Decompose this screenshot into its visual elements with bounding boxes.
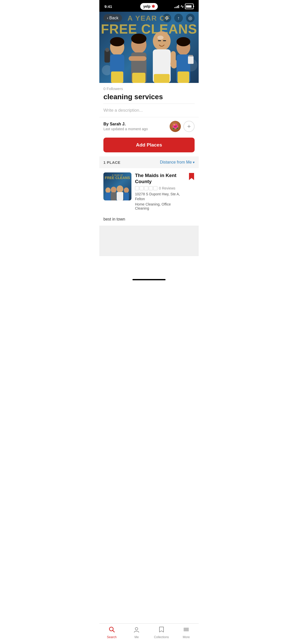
place-info: The Maids in Kent County 0 Reviews 10278… (135, 172, 184, 210)
svg-rect-28 (105, 193, 111, 200)
hero-banner: A YEAR OF FREE CLEANS (99, 12, 199, 83)
share-button[interactable]: ↑ (174, 14, 183, 22)
add-places-button[interactable]: Add Places (103, 138, 195, 152)
svg-rect-30 (111, 192, 116, 200)
place-note: best in town (99, 214, 199, 226)
place-categories: Home Cleaning, Office Cleaning (135, 202, 184, 210)
rating-row: 0 Reviews (135, 186, 184, 190)
places-section-header: 1 PLACE Distance from Me ▾ (99, 156, 199, 168)
bookmark-icon (188, 172, 195, 181)
collection-title: cleaning services (99, 92, 199, 104)
stars-display (135, 186, 157, 190)
place-card-inner: A YEAR OF FREE CLEANS The Maids in (103, 172, 195, 210)
star-5 (153, 186, 157, 190)
settings-button[interactable]: ⚙ (162, 14, 171, 22)
star-2 (140, 186, 144, 190)
gear-icon: ⚙ (165, 15, 169, 21)
status-time: 9:41 (104, 4, 112, 9)
svg-rect-34 (124, 193, 129, 200)
svg-point-4 (110, 37, 124, 46)
avatar-image: 🌺 (170, 121, 181, 132)
place-card[interactable]: A YEAR OF FREE CLEANS The Maids in (99, 168, 199, 214)
svg-point-31 (117, 185, 123, 193)
places-count: 1 PLACE (103, 160, 120, 165)
author-name: By Sarah J. (103, 122, 148, 126)
location-icon: ◎ (188, 15, 192, 21)
svg-point-20 (177, 37, 190, 46)
thumb-text-free: FREE CLEANS (104, 176, 131, 180)
svg-point-29 (111, 187, 116, 193)
yelp-logo-container: yelp ✱ (140, 3, 158, 10)
svg-rect-10 (129, 56, 146, 61)
home-indicator (99, 279, 199, 282)
svg-rect-23 (111, 71, 123, 83)
location-button[interactable]: ◎ (186, 14, 195, 22)
svg-rect-16 (158, 40, 161, 41)
sort-button[interactable]: Distance from Me ▾ (160, 160, 195, 165)
places-header: 1 PLACE Distance from Me ▾ (103, 160, 195, 165)
place-thumbnail: A YEAR OF FREE CLEANS (103, 172, 131, 200)
svg-point-27 (105, 187, 111, 193)
hero-people-svg (99, 24, 199, 83)
svg-rect-26 (178, 71, 189, 83)
author-actions: 🌺 + (170, 121, 195, 132)
avatar: 🌺 (170, 121, 181, 132)
place-name: The Maids in Kent County (135, 172, 184, 185)
followers-count: 0 Followers (99, 83, 199, 92)
place-address: 10278 S Dupont Hwy, Ste A, Felton (135, 192, 184, 202)
empty-area (99, 226, 199, 256)
star-1 (135, 186, 139, 190)
hero-nav-icons: ⚙ ↑ ◎ (162, 14, 195, 22)
share-icon: ↑ (178, 16, 180, 21)
sort-label: Distance from Me (160, 160, 192, 165)
svg-point-11 (153, 31, 171, 51)
star-4 (149, 186, 153, 190)
reviews-count: 0 Reviews (159, 186, 175, 190)
description-field[interactable]: Write a description... (99, 104, 199, 117)
collection-content: 0 Followers cleaning services Write a de… (99, 83, 199, 256)
svg-rect-17 (163, 40, 166, 41)
yelp-logo: yelp ✱ (140, 3, 158, 10)
status-bar: 9:41 yelp ✱ ∿ (99, 0, 199, 12)
chevron-down-icon: ▾ (193, 160, 195, 164)
svg-rect-25 (154, 74, 170, 83)
wifi-icon: ∿ (180, 4, 184, 9)
svg-point-9 (131, 34, 146, 44)
svg-rect-24 (132, 73, 145, 83)
add-person-button[interactable]: + (183, 121, 195, 132)
svg-rect-32 (117, 192, 123, 200)
yelp-burst-icon: ✱ (152, 4, 155, 9)
bookmark-button[interactable] (188, 172, 195, 182)
thumb-people-svg (103, 184, 131, 200)
svg-point-33 (124, 187, 129, 193)
svg-rect-21 (188, 56, 194, 64)
svg-rect-22 (188, 55, 193, 56)
author-info: By Sarah J. Last updated a moment ago (103, 122, 148, 131)
last-updated: Last updated a moment ago (103, 127, 148, 131)
signal-icon (174, 5, 179, 8)
battery-icon (185, 4, 194, 9)
hero-nav: ‹ Back ⚙ ↑ ◎ (99, 12, 199, 24)
svg-point-6 (105, 48, 109, 52)
svg-point-15 (170, 59, 178, 68)
back-label: Back (109, 16, 118, 20)
author-row: By Sarah J. Last updated a moment ago 🌺 … (99, 117, 199, 136)
yelp-text: yelp (143, 4, 150, 8)
svg-point-13 (157, 36, 164, 40)
home-bar (132, 279, 166, 280)
back-chevron-icon: ‹ (107, 16, 108, 20)
star-3 (144, 186, 148, 190)
back-button[interactable]: ‹ Back (103, 14, 122, 22)
status-icons: ∿ (174, 4, 194, 9)
